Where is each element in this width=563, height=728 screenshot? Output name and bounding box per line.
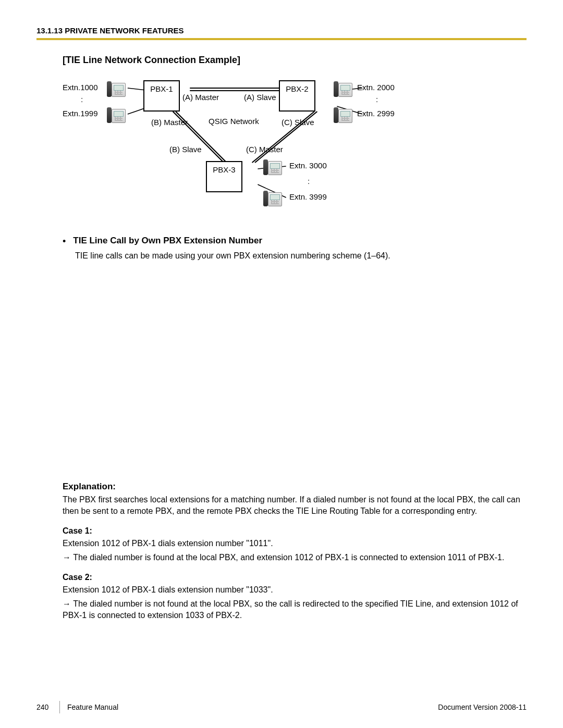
tie-line-diagram: PBX-1 PBX-2 PBX-3 Extn.1000 : Extn.1999 …: [63, 75, 527, 226]
ext-3000: Extn. 3000: [289, 161, 327, 170]
page-number: 240: [36, 703, 59, 711]
qsig-network: QSIG Network: [209, 117, 259, 126]
ellipsis: :: [81, 95, 83, 104]
pbx3-label: PBX-3: [213, 165, 235, 174]
ext-1999: Extn.1999: [63, 109, 98, 118]
bullet-heading-row: • TIE Line Call by Own PBX Extension Num…: [63, 236, 527, 247]
pbx3-box: PBX-3: [206, 161, 242, 192]
b-master: (B) Master: [151, 118, 188, 127]
pbx2-label: PBX-2: [286, 84, 308, 93]
case2-line1: Extension 1012 of PBX-1 dials extension …: [63, 584, 527, 596]
pbx2-box: PBX-2: [279, 80, 315, 112]
phone-icon: [334, 105, 352, 123]
bullet-dot: •: [63, 236, 66, 247]
diagram-title: [TIE Line Network Connection Example]: [63, 55, 527, 66]
b-slave: (B) Slave: [169, 145, 202, 154]
case2-heading: Case 2:: [63, 573, 527, 582]
case1-heading: Case 1:: [63, 526, 527, 536]
a-master: (A) Master: [182, 93, 219, 102]
content-area: [TIE Line Network Connection Example]: [63, 55, 527, 621]
case1-line1: Extension 1012 of PBX-1 dials extension …: [63, 538, 527, 549]
phone-icon: [107, 105, 126, 123]
footer-divider: [59, 701, 60, 713]
c-slave: (C) Slave: [282, 118, 314, 127]
phone-icon: [263, 157, 282, 175]
page: 13.1.13 PRIVATE NETWORK FEATURES [TIE Li…: [0, 0, 563, 728]
phone-icon: [107, 79, 126, 97]
document-version: Document Version 2008-11: [438, 703, 527, 711]
bullet-heading: TIE Line Call by Own PBX Extension Numbe…: [73, 236, 262, 247]
pbx1-box: PBX-1: [143, 80, 180, 112]
ellipsis: :: [308, 177, 310, 186]
explanation-heading: Explanation:: [63, 482, 527, 492]
a-slave: (A) Slave: [244, 93, 276, 102]
ext-1000: Extn.1000: [63, 83, 98, 92]
phone-icon: [263, 189, 282, 206]
gold-rule: [36, 38, 527, 40]
spacer: [63, 262, 527, 470]
pbx1-label: PBX-1: [150, 84, 173, 93]
case1-line2: → The dialed number is found at the loca…: [63, 552, 527, 563]
ext-2999: Extn. 2999: [357, 109, 395, 118]
case2-line2: → The dialed number is not found at the …: [63, 598, 527, 622]
manual-name: Feature Manual: [67, 703, 118, 711]
section-header: 13.1.13 PRIVATE NETWORK FEATURES: [36, 26, 527, 35]
page-footer: 240 Feature Manual Document Version 2008…: [36, 701, 527, 713]
explanation-text: The PBX first searches local extensions …: [63, 494, 527, 517]
phone-icon: [334, 79, 352, 97]
ext-3999: Extn. 3999: [289, 192, 327, 201]
ext-2000: Extn. 2000: [357, 83, 395, 92]
ellipsis: :: [376, 95, 378, 104]
bullet-paragraph: TIE line calls can be made using your ow…: [75, 250, 527, 262]
c-master: (C) Master: [246, 145, 283, 154]
